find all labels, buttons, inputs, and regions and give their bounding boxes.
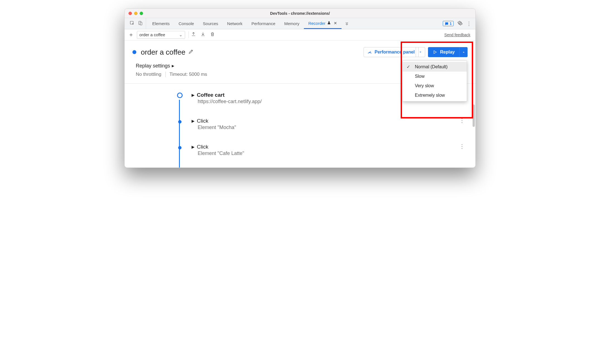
performance-panel-button[interactable]: Performance panel	[364, 47, 418, 57]
recording-header: order a coffee Performance panel Replay	[125, 40, 475, 61]
step-title: Click	[197, 118, 208, 124]
inspect-icon[interactable]	[130, 21, 135, 26]
svg-point-3	[369, 52, 370, 53]
expand-step-icon[interactable]: ▶	[192, 145, 195, 149]
devtools-tabstrip: Elements Console Sources Network Perform…	[125, 18, 475, 29]
window-title: DevTools - chrome://extensions/	[125, 11, 475, 16]
step-marker-icon	[178, 146, 182, 149]
check-icon: ✓	[407, 64, 412, 69]
delete-icon[interactable]	[210, 32, 215, 38]
step-marker-icon	[178, 120, 182, 123]
tab-sources[interactable]: Sources	[199, 18, 223, 29]
close-window-button[interactable]	[129, 12, 132, 15]
issues-badge[interactable]: 1	[443, 21, 454, 26]
replay-speed-dropdown[interactable]	[459, 47, 468, 57]
step-title: Coffee cart	[197, 92, 224, 98]
tab-performance[interactable]: Performance	[247, 18, 280, 29]
chevron-right-icon: ▸	[172, 63, 174, 69]
tab-network[interactable]: Network	[223, 18, 247, 29]
timeline-connector	[179, 100, 180, 168]
titlebar: DevTools - chrome://extensions/	[125, 9, 475, 18]
close-tab-icon[interactable]: ✕	[334, 21, 337, 25]
svg-rect-2	[140, 22, 142, 25]
tab-elements[interactable]: Elements	[148, 18, 174, 29]
recording-status-dot	[132, 50, 136, 54]
send-feedback-link[interactable]: Send feedback	[444, 33, 473, 37]
import-icon[interactable]	[200, 32, 205, 38]
step-title: Click	[197, 144, 208, 150]
device-toggle-icon[interactable]	[138, 21, 143, 26]
scrollbar[interactable]	[473, 105, 475, 127]
step-marker-icon	[177, 93, 183, 98]
tab-memory[interactable]: Memory	[280, 18, 304, 29]
recording-select[interactable]: order a coffee ⌄	[137, 31, 185, 39]
expand-step-icon[interactable]: ▶	[192, 93, 195, 97]
throttling-value: No throttling	[136, 72, 161, 77]
replay-settings-heading[interactable]: Replay settings	[136, 63, 170, 69]
export-icon[interactable]	[191, 32, 196, 38]
tab-console[interactable]: Console	[174, 18, 199, 29]
expand-step-icon[interactable]: ▶	[192, 119, 195, 123]
step-subtitle: Element "Mocha"	[192, 125, 468, 130]
chevron-down-icon: ⌄	[179, 32, 183, 37]
kebab-menu-icon[interactable]: ⋮	[466, 21, 471, 27]
menu-item-very-slow[interactable]: Very slow	[403, 81, 467, 91]
menu-item-normal[interactable]: ✓ Normal (Default)	[403, 62, 467, 72]
step-subtitle: Element "Cafe Latte"	[192, 151, 468, 156]
more-tabs-button[interactable]	[342, 18, 352, 29]
minimize-window-button[interactable]	[134, 12, 137, 15]
devtools-window: DevTools - chrome://extensions/ Elements…	[124, 8, 476, 168]
settings-icon[interactable]	[458, 21, 463, 26]
step-item[interactable]: ▶ Click Element "Mocha" ⋮	[175, 118, 468, 130]
timeout-value: Timeout: 5000 ms	[170, 72, 207, 77]
recording-title: order a coffee	[141, 48, 185, 57]
recorder-toolbar: ＋ order a coffee ⌄ Send feedback	[125, 29, 475, 40]
menu-item-slow[interactable]: Slow	[403, 72, 467, 81]
performance-panel-dropdown[interactable]	[416, 47, 425, 57]
tab-recorder[interactable]: Recorder ✕	[304, 18, 342, 29]
zoom-window-button[interactable]	[140, 12, 143, 15]
new-recording-button[interactable]: ＋	[127, 31, 135, 38]
experiment-icon	[327, 21, 331, 26]
edit-title-icon[interactable]	[188, 49, 194, 56]
replay-button[interactable]: Replay	[428, 47, 459, 57]
menu-item-extremely-slow[interactable]: Extremely slow	[403, 91, 467, 100]
step-menu-icon[interactable]: ⋮	[459, 120, 465, 121]
replay-speed-menu: ✓ Normal (Default) Slow Very slow Extrem…	[402, 60, 467, 101]
step-menu-icon[interactable]: ⋮	[459, 145, 465, 147]
step-item[interactable]: ▶ Click Element "Cafe Latte" ⋮	[175, 144, 468, 156]
